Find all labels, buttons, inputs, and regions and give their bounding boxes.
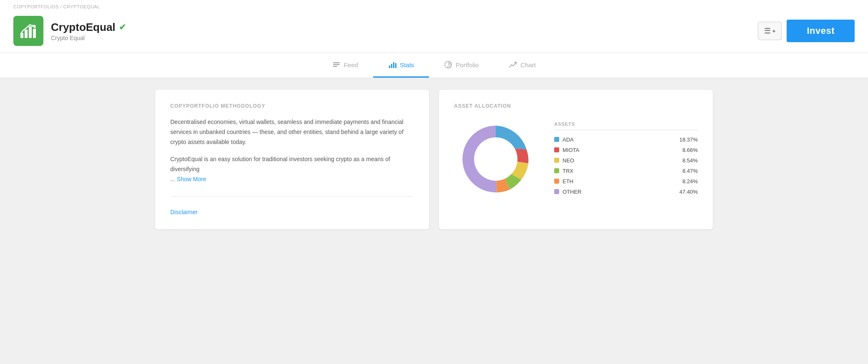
portfolio-subtitle: Crypto Equal	[51, 35, 126, 41]
methodology-title: COPYPORTFOLIO METHODOLOGY	[170, 103, 414, 109]
legend-name: MIOTA	[563, 147, 579, 153]
legend-header: ASSETS	[554, 121, 698, 130]
legend-dot	[554, 147, 559, 152]
legend-pct: 8.54%	[682, 157, 698, 164]
tab-chart[interactable]: Chart	[494, 53, 551, 78]
tab-feed[interactable]: Feed	[317, 53, 373, 78]
menu-button[interactable]: ☰+	[758, 22, 782, 40]
stats-icon	[388, 61, 396, 69]
svg-rect-9	[393, 62, 394, 68]
logo-icon	[19, 21, 38, 40]
breadcrumb-current: CRYPTOEQUAL	[63, 4, 100, 9]
svg-rect-8	[391, 64, 392, 68]
svg-rect-3	[33, 29, 36, 38]
breadcrumb: COPYPORTFOLIOS / CRYPTOEQUAL	[13, 0, 855, 12]
legend-name: NEO	[563, 157, 574, 164]
methodology-paragraph2: CryptoEqual is an easy solution for trad…	[170, 154, 414, 184]
svg-rect-6	[333, 66, 337, 67]
disclaimer-link[interactable]: Disclaimer	[170, 209, 197, 215]
methodology-card: COPYPORTFOLIO METHODOLOGY Decentralised …	[155, 90, 429, 229]
divider	[170, 196, 414, 197]
legend-dot	[554, 179, 559, 184]
legend-name: ETH	[563, 178, 573, 185]
invest-button[interactable]: Invest	[787, 20, 855, 42]
portfolio-title-block: CryptoEqual ✔ Crypto Equal	[51, 21, 126, 41]
legend-row: OTHER 47.40%	[554, 187, 698, 197]
verified-icon: ✔	[119, 22, 126, 32]
asset-allocation-card: ASSET ALLOCATION	[439, 90, 713, 229]
portfolio-logo	[13, 16, 43, 46]
legend-name: OTHER	[563, 189, 582, 195]
svg-rect-2	[29, 26, 32, 38]
portfolio-icon	[444, 61, 452, 69]
legend-row: NEO 8.54%	[554, 155, 698, 166]
legend-dot	[554, 189, 559, 194]
asset-allocation-title: ASSET ALLOCATION	[454, 103, 698, 109]
svg-rect-1	[25, 30, 28, 38]
legend-pct: 8.24%	[682, 178, 698, 185]
legend-name: ADA	[563, 136, 574, 143]
legend-row: TRX 8.47%	[554, 166, 698, 176]
donut-chart	[454, 117, 537, 201]
legend-row: ETH 8.24%	[554, 176, 698, 187]
legend-pct: 47.40%	[679, 189, 698, 195]
chart-icon	[509, 61, 517, 69]
menu-icon: ☰	[764, 26, 771, 35]
legend-pct: 8.47%	[682, 168, 698, 174]
svg-rect-7	[389, 66, 390, 68]
nav-tabs: Feed Stats Portfolio Chart	[0, 53, 868, 78]
feed-icon	[332, 61, 341, 69]
legend-row: MIOTA 8.66%	[554, 145, 698, 155]
legend-dot	[554, 158, 559, 163]
svg-rect-4	[333, 62, 340, 63]
asset-legend: ASSETS ADA 18.37% MIOTA 8.66% NEO 8.54% …	[554, 121, 698, 197]
breadcrumb-parent[interactable]: COPYPORTFOLIOS	[13, 4, 59, 9]
svg-rect-5	[333, 64, 340, 66]
legend-pct: 18.37%	[679, 136, 698, 143]
legend-dot	[554, 168, 559, 173]
svg-point-12	[474, 137, 517, 181]
show-more-link[interactable]: Show More	[177, 176, 207, 182]
donut-svg	[454, 117, 537, 201]
tab-stats[interactable]: Stats	[373, 53, 429, 78]
tab-portfolio[interactable]: Portfolio	[429, 53, 494, 78]
legend-pct: 8.66%	[682, 147, 698, 153]
portfolio-name: CryptoEqual	[51, 21, 116, 34]
legend-name: TRX	[563, 168, 573, 174]
methodology-paragraph1: Decentralised economies, virtual wallets…	[170, 117, 414, 147]
legend-dot	[554, 137, 559, 142]
legend-row: ADA 18.37%	[554, 134, 698, 145]
svg-rect-10	[395, 63, 396, 68]
